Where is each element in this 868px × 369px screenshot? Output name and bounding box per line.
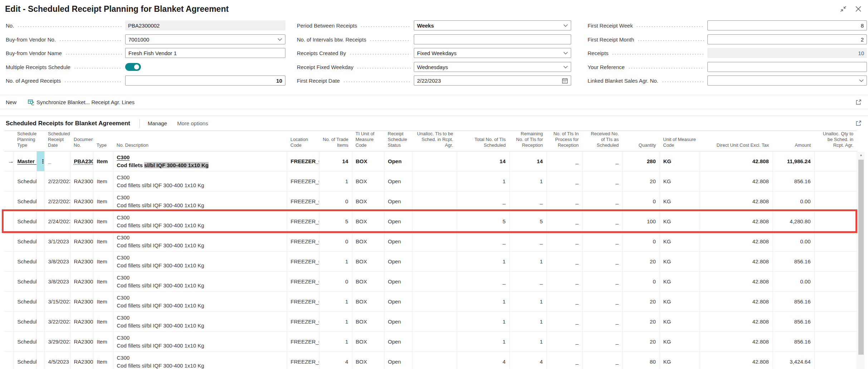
cell-unalloc-tis[interactable] xyxy=(412,252,457,272)
multiple-receipts-schedule-toggle[interactable] xyxy=(125,63,141,71)
cell-location-code[interactable]: FREEZER_01 xyxy=(287,191,319,212)
cell-type[interactable]: Item xyxy=(93,252,113,272)
cell-amount[interactable]: 4,280.80 xyxy=(773,212,814,232)
cell-unalloc-qty[interactable] xyxy=(814,292,857,312)
cell-tis-in-process[interactable]: _ xyxy=(546,332,582,352)
cell-amount[interactable]: 0.00 xyxy=(773,272,814,292)
cell-document-no[interactable]: RA2300007 xyxy=(70,212,93,232)
cell-receipt-schedule-status[interactable]: Open xyxy=(384,151,412,171)
cell-unit-of-measure[interactable]: KG xyxy=(659,191,700,212)
cell-no-of-trade-items[interactable]: 0 xyxy=(319,272,352,292)
cell-unit-of-measure[interactable]: KG xyxy=(659,232,700,252)
your-reference-field[interactable] xyxy=(707,62,867,72)
cell-received-no-of-tis[interactable]: _ xyxy=(582,232,622,252)
cell-planning-type[interactable]: Scheduled ... xyxy=(14,212,36,232)
cell-received-no-of-tis[interactable]: _ xyxy=(582,171,622,191)
cell-no-of-trade-items[interactable]: 14 xyxy=(319,151,352,171)
cell-receipt-schedule-status[interactable]: Open xyxy=(384,272,412,292)
document-no-value[interactable]: PBA2300002 xyxy=(74,158,93,164)
synchronize-button[interactable]: Synchronize Blanket... Receipt Agr. Line… xyxy=(26,99,134,105)
cell-unalloc-tis[interactable] xyxy=(412,191,457,212)
cell-direct-unit-cost[interactable]: 42.808 xyxy=(700,312,773,332)
chevron-down-icon[interactable] xyxy=(563,52,568,55)
cell-remaining-no-of-tis[interactable]: 1 xyxy=(509,292,546,312)
period-between-receipts-field[interactable]: Weeks xyxy=(414,20,571,30)
planning-type-link[interactable]: Scheduled ... xyxy=(18,238,37,244)
cell-total-no-of-tis[interactable]: 1 xyxy=(457,252,509,272)
cell-tis-in-process[interactable]: _ xyxy=(546,212,582,232)
no-of-agreed-receipts-field[interactable]: 10 xyxy=(125,76,285,86)
cell-amount[interactable]: 0.00 xyxy=(773,232,814,252)
cell-tis-in-process[interactable]: _ xyxy=(546,232,582,252)
item-no-value[interactable]: C300 xyxy=(117,194,130,200)
cell-no-description[interactable]: C300Cod fillets sl/bl IQF 300-400 1x10 K… xyxy=(113,292,287,312)
cell-no-of-trade-items[interactable]: 1 xyxy=(319,332,352,352)
cell-unit-of-measure[interactable]: KG xyxy=(659,151,700,171)
cell-quantity[interactable]: 0 xyxy=(622,191,659,212)
cell-amount[interactable]: 0.00 xyxy=(773,191,814,212)
cell-unalloc-tis[interactable] xyxy=(412,312,457,332)
cell-remaining-no-of-tis[interactable]: 1 xyxy=(509,252,546,272)
cell-total-no-of-tis[interactable]: _ xyxy=(457,191,509,212)
cell-unalloc-tis[interactable] xyxy=(412,151,457,171)
cell-document-no[interactable]: RA2300009 xyxy=(70,292,93,312)
scroll-up-button[interactable]: ▲ xyxy=(858,152,864,158)
cell-receipt-schedule-status[interactable]: Open xyxy=(384,352,412,369)
cell-scheduled-receipt-date[interactable]: 3/8/2023 xyxy=(44,252,70,272)
cell-scheduled-receipt-date[interactable]: 4/5/2023 xyxy=(44,352,70,369)
cell-no-description[interactable]: C300Cod fillets sl/bl IQF 300-400 1x10 K… xyxy=(113,151,287,171)
cell-total-no-of-tis[interactable]: _ xyxy=(457,272,509,292)
cell-unalloc-tis[interactable] xyxy=(412,332,457,352)
column-header-remaining_tis[interactable]: Remaining No. of TIs for Reception xyxy=(509,131,546,151)
cell-location-code[interactable]: FREEZER_01 xyxy=(287,292,319,312)
document-no-value[interactable]: RA2300015 xyxy=(74,278,93,285)
cell-amount[interactable]: 856.16 xyxy=(773,292,814,312)
cell-document-no[interactable]: RA2300015 xyxy=(70,272,93,292)
cell-direct-unit-cost[interactable]: 42.808 xyxy=(700,252,773,272)
cell-unalloc-qty[interactable] xyxy=(814,191,857,212)
receipts-created-by-field[interactable]: Fixed Weekdays xyxy=(414,48,571,58)
cell-ti-unit-of-measure[interactable]: BOX xyxy=(352,352,384,369)
cell-unit-of-measure[interactable]: KG xyxy=(659,252,700,272)
cell-tis-in-process[interactable]: _ xyxy=(546,292,582,312)
item-no-value[interactable]: C300 xyxy=(117,174,130,180)
cell-planning-type[interactable]: Scheduled ... xyxy=(14,352,36,369)
document-no-value[interactable]: RA2300006 xyxy=(74,178,93,184)
cell-location-code[interactable]: FREEZER_01 xyxy=(287,151,319,171)
popout-icon[interactable] xyxy=(854,98,862,106)
first-receipt-date-field[interactable]: 2/22/2023 xyxy=(414,76,571,86)
cell-quantity[interactable]: 80 xyxy=(622,352,659,369)
cell-quantity[interactable]: 100 xyxy=(622,212,659,232)
cell-direct-unit-cost[interactable]: 42.808 xyxy=(700,171,773,191)
planning-type-link[interactable]: Scheduled ... xyxy=(18,218,37,224)
column-header-status[interactable]: Receipt Schedule Status xyxy=(384,131,412,151)
cell-received-no-of-tis[interactable]: _ xyxy=(582,292,622,312)
cell-type[interactable]: Item xyxy=(93,151,113,171)
column-header-uom[interactable]: Unit of Measure Code xyxy=(659,131,700,151)
column-header-unalloc_qty[interactable]: Unalloc. Qty to be Sched. in Rcpt. Agr. xyxy=(814,131,857,151)
planning-type-link[interactable]: Scheduled ... xyxy=(18,278,37,285)
close-icon[interactable] xyxy=(854,4,863,14)
cell-total-no-of-tis[interactable]: 1 xyxy=(457,332,509,352)
cell-unalloc-tis[interactable] xyxy=(412,352,457,369)
planning-type-link[interactable]: Scheduled ... xyxy=(18,298,37,305)
cell-remaining-no-of-tis[interactable]: _ xyxy=(509,191,546,212)
cell-tis-in-process[interactable]: _ xyxy=(546,352,582,369)
cell-tis-in-process[interactable]: _ xyxy=(546,252,582,272)
cell-tis-in-process[interactable]: _ xyxy=(546,272,582,292)
cell-receipt-schedule-status[interactable]: Open xyxy=(384,232,412,252)
item-no-value[interactable]: C300 xyxy=(117,154,130,160)
cell-type[interactable]: Item xyxy=(93,191,113,212)
cell-received-no-of-tis[interactable]: _ xyxy=(582,212,622,232)
cell-planning-type[interactable]: Scheduled ... xyxy=(14,191,36,212)
cell-type[interactable]: Item xyxy=(93,352,113,369)
column-header-received[interactable]: Received No. of TIs as Scheduled xyxy=(582,131,622,151)
cell-document-no[interactable]: PBA2300002 xyxy=(70,151,93,171)
cell-no-description[interactable]: C300Cod fillets sl/bl IQF 300-400 1x10 K… xyxy=(113,332,287,352)
cell-quantity[interactable]: 20 xyxy=(622,292,659,312)
cell-remaining-no-of-tis[interactable]: 14 xyxy=(509,151,546,171)
cell-total-no-of-tis[interactable]: 5 xyxy=(457,212,509,232)
cell-document-no[interactable]: RA2300013 xyxy=(70,191,93,212)
item-no-value[interactable]: C300 xyxy=(117,295,130,301)
cell-amount[interactable]: 11,986.24 xyxy=(773,151,814,171)
